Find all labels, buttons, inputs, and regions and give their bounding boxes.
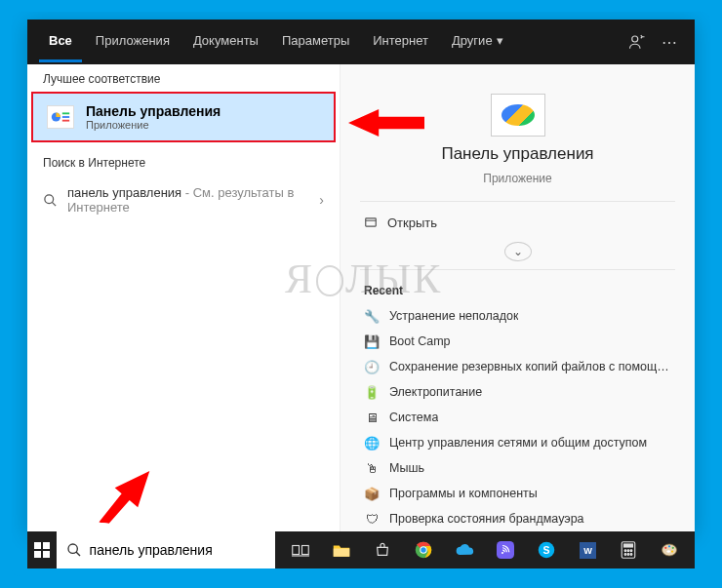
svg-rect-28 [624,544,633,547]
svg-rect-9 [43,542,50,549]
recent-item-icon: 🕘 [364,359,380,374]
svg-point-37 [668,545,670,547]
recent-item-label: Мышь [389,461,424,475]
svg-point-40 [666,550,670,553]
tab-all[interactable]: Все [39,21,82,62]
recent-item[interactable]: 🌐Центр управления сетями и общим доступо… [341,430,695,455]
recent-item-icon: 🔋 [364,384,380,400]
recent-item[interactable]: 🖥Система [341,405,695,430]
recent-item-icon: 🛡 [364,511,380,527]
svg-point-0 [632,36,638,42]
svg-rect-15 [302,546,309,555]
best-match-text: Панель управления Приложение [86,103,221,131]
recent-item-label: Программы и компоненты [389,487,538,500]
recent-item-label: Система [389,411,438,424]
expand-button[interactable]: ⌄ [504,242,532,262]
paint-icon[interactable] [650,531,689,568]
viber-icon[interactable] [486,531,525,568]
svg-point-22 [501,552,503,554]
svg-rect-11 [43,551,50,558]
recent-item[interactable]: 📦Программы и компоненты [341,481,695,506]
svg-point-20 [421,547,425,552]
svg-point-29 [624,550,626,552]
recent-item[interactable]: 🛡Проверка состояния брандмауэра [341,506,695,531]
svg-rect-10 [34,551,41,558]
svg-point-12 [68,544,77,553]
web-search-text: панель управления - См. результаты в Инт… [67,185,309,215]
web-search-header: Поиск в Интернете [27,148,340,176]
web-search-query: панель управления [67,185,181,200]
svg-rect-17 [334,549,350,557]
recent-item-label: Электропитание [389,385,482,399]
taskbar-apps: S W [275,531,695,568]
more-options-icon[interactable]: ⋯ [656,27,683,58]
svg-line-6 [52,202,56,206]
recent-item-icon: 📦 [364,486,380,501]
word-icon[interactable]: W [568,531,607,568]
tab-internet[interactable]: Интернет [363,21,438,62]
recent-item[interactable]: 🕘Сохранение резервных копий файлов с пом… [341,354,695,379]
search-icon [66,542,82,558]
calculator-icon[interactable] [609,531,648,568]
svg-rect-7 [366,218,377,226]
svg-line-13 [76,552,80,556]
chevron-down-icon: ▾ [497,33,503,48]
svg-point-31 [630,550,632,552]
recent-item[interactable]: 🔧Устранение неполадок [341,303,695,329]
search-input[interactable] [90,542,265,558]
recent-item[interactable]: 🖱Мышь [341,455,695,481]
recent-item-label: Центр управления сетями и общим доступом [389,436,647,450]
svg-point-38 [672,547,674,549]
preview-subtitle: Приложение [483,172,551,185]
open-action[interactable]: Открыть [341,210,695,236]
feedback-icon[interactable] [622,27,652,57]
recent-item-icon: 💾 [364,333,380,349]
svg-rect-8 [34,542,41,549]
best-match-item[interactable]: Панель управления Приложение [31,92,336,142]
svg-text:S: S [542,544,549,556]
best-match-subtitle: Приложение [86,119,221,131]
tab-documents[interactable]: Документы [183,21,268,62]
divider [360,201,675,202]
svg-text:W: W [583,546,592,556]
recent-item-icon: 🖱 [364,460,380,476]
svg-point-36 [664,547,666,549]
best-match-title: Панель управления [86,103,221,119]
skype-icon[interactable]: S [527,531,566,568]
start-button[interactable] [27,531,57,568]
desktop: Все Приложения Документы Параметры Интер… [12,12,710,576]
svg-rect-14 [293,546,300,555]
recent-item-label: Сохранение резервных копий файлов с помо… [389,360,671,373]
recent-item-icon: 🖥 [364,410,380,425]
recent-list: 🔧Устранение неполадок💾Boot Camp🕘Сохранен… [341,303,695,531]
tab-more[interactable]: Другие ▾ [442,21,513,62]
chevron-down-icon: ⌄ [513,245,523,258]
tab-more-label: Другие [452,33,493,48]
results-column: Лучшее соответствие Панель управления Пр… [27,64,340,531]
recent-item-icon: 🌐 [364,435,380,451]
svg-point-5 [45,194,54,203]
recent-item[interactable]: 🔋Электропитание [341,379,695,405]
tab-apps[interactable]: Приложения [86,21,180,62]
content-area: Лучшее соответствие Панель управления Пр… [27,64,695,531]
recent-item-icon: 🔧 [364,308,380,324]
svg-point-30 [627,550,629,552]
onedrive-icon[interactable] [445,531,484,568]
svg-rect-3 [62,116,69,118]
recent-item[interactable]: 💾Boot Camp [341,329,695,354]
task-view-icon[interactable] [281,531,320,568]
recent-item-label: Проверка состояния брандмауэра [389,512,584,526]
file-explorer-icon[interactable] [322,531,361,568]
taskbar-search[interactable] [57,531,275,568]
divider [360,269,675,270]
recent-item-label: Boot Camp [389,334,451,348]
svg-point-33 [627,554,629,556]
taskbar: S W [27,531,695,568]
web-search-item[interactable]: панель управления - См. результаты в Инт… [27,176,340,224]
tab-settings[interactable]: Параметры [272,21,359,62]
preview-title: Панель управления [441,144,593,164]
svg-point-39 [671,550,673,552]
store-icon[interactable] [363,531,402,568]
control-panel-large-icon [491,94,545,137]
chrome-icon[interactable] [404,531,443,568]
